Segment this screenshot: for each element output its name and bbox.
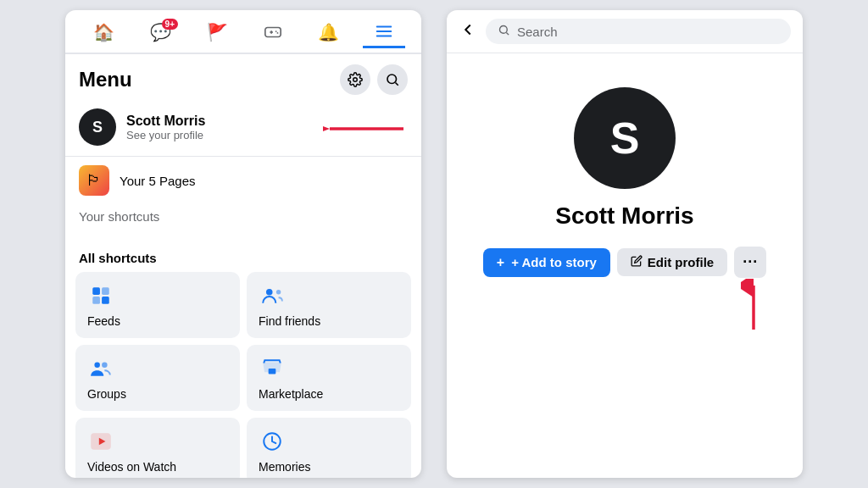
nav-flag[interactable]: 🚩 xyxy=(195,22,240,47)
shortcuts-grid: Feeds Find friends Groups Marketplace Vi xyxy=(65,272,421,478)
svg-point-8 xyxy=(353,78,358,82)
shortcut-find-friends[interactable]: Find friends xyxy=(247,272,411,338)
nav-bell[interactable]: 🔔 xyxy=(306,22,351,47)
more-options-button[interactable]: ··· xyxy=(734,247,766,278)
search-icon xyxy=(498,24,510,39)
nav-menu[interactable] xyxy=(363,22,405,48)
groups-icon xyxy=(87,355,114,382)
profile-avatar-large: S xyxy=(574,87,676,189)
feeds-label: Feeds xyxy=(87,314,228,328)
edit-profile-label: Edit profile xyxy=(648,255,714,269)
profile-full-name: Scott Morris xyxy=(555,202,693,230)
messenger-badge: 9+ xyxy=(162,19,178,30)
svg-rect-13 xyxy=(92,287,100,295)
groups-label: Groups xyxy=(87,387,228,401)
pages-label: Your 5 Pages xyxy=(120,174,196,188)
svg-point-9 xyxy=(387,75,397,84)
feeds-icon xyxy=(87,282,114,309)
svg-point-4 xyxy=(277,32,279,34)
search-input[interactable]: Search xyxy=(517,25,558,39)
profile-content: S Scott Morris + + Add to story Edit pro… xyxy=(447,53,803,478)
nav-home[interactable]: 🏠 xyxy=(81,22,126,47)
search-button[interactable] xyxy=(377,64,408,95)
svg-point-18 xyxy=(276,290,281,294)
edit-profile-button[interactable]: Edit profile xyxy=(617,248,727,276)
annotation-arrow-left xyxy=(323,117,408,141)
svg-line-10 xyxy=(395,82,398,85)
marketplace-label: Marketplace xyxy=(259,387,399,401)
find-friends-icon xyxy=(259,282,286,309)
videos-icon xyxy=(87,428,114,455)
profile-name: Scott Morris xyxy=(126,114,205,129)
profile-avatar: S xyxy=(79,108,116,146)
left-panel: 🏠 💬 9+ 🚩 🔔 Menu S Scott M xyxy=(65,10,421,478)
svg-line-32 xyxy=(506,32,509,35)
all-shortcuts-header: All shortcuts xyxy=(65,246,421,272)
nav-gaming[interactable] xyxy=(252,23,294,47)
add-to-story-button[interactable]: + + Add to story xyxy=(483,248,610,277)
more-icon: ··· xyxy=(743,253,758,271)
pencil-icon xyxy=(631,255,643,269)
svg-point-31 xyxy=(500,26,508,34)
annotation-arrow-up xyxy=(741,279,766,337)
videos-label: Videos on Watch xyxy=(87,460,228,474)
svg-point-20 xyxy=(102,362,108,368)
svg-rect-21 xyxy=(269,369,276,374)
back-button[interactable] xyxy=(459,20,477,43)
nav-messenger[interactable]: 💬 9+ xyxy=(138,22,183,47)
action-buttons: + + Add to story Edit profile ··· xyxy=(483,247,766,278)
memories-icon xyxy=(259,428,286,455)
settings-button[interactable] xyxy=(340,64,370,95)
shortcuts-header: Your shortcuts xyxy=(65,204,421,225)
menu-icons xyxy=(340,64,408,95)
shortcuts-spacer xyxy=(65,225,421,246)
svg-point-3 xyxy=(275,30,277,32)
profile-row[interactable]: S Scott Morris See your profile xyxy=(65,102,421,156)
shortcut-feeds[interactable]: Feeds xyxy=(75,272,240,338)
svg-rect-15 xyxy=(92,297,100,304)
svg-point-19 xyxy=(94,362,100,368)
add-story-icon: + xyxy=(497,255,504,270)
memories-label: Memories xyxy=(259,460,399,474)
find-friends-label: Find friends xyxy=(259,314,399,328)
shortcut-memories[interactable]: Memories xyxy=(247,418,411,478)
svg-rect-14 xyxy=(102,287,109,295)
pages-icon: 🏳 xyxy=(79,165,109,196)
search-bar: Search xyxy=(447,10,803,53)
nav-bar: 🏠 💬 9+ 🚩 🔔 xyxy=(65,10,421,54)
search-input-wrap[interactable]: Search xyxy=(486,19,791,44)
menu-title: Menu xyxy=(79,68,132,92)
svg-rect-16 xyxy=(102,297,109,304)
shortcut-videos-on-watch[interactable]: Videos on Watch xyxy=(75,418,240,478)
profile-text: Scott Morris See your profile xyxy=(126,114,205,141)
shortcut-marketplace[interactable]: Marketplace xyxy=(247,345,411,411)
shortcut-groups[interactable]: Groups xyxy=(75,345,240,411)
marketplace-icon xyxy=(259,355,286,382)
pages-row[interactable]: 🏳 Your 5 Pages xyxy=(65,156,421,204)
svg-point-17 xyxy=(266,289,273,296)
profile-subtitle: See your profile xyxy=(126,129,205,141)
menu-header: Menu xyxy=(65,54,421,102)
right-panel: Search S Scott Morris + + Add to story E… xyxy=(447,10,803,478)
